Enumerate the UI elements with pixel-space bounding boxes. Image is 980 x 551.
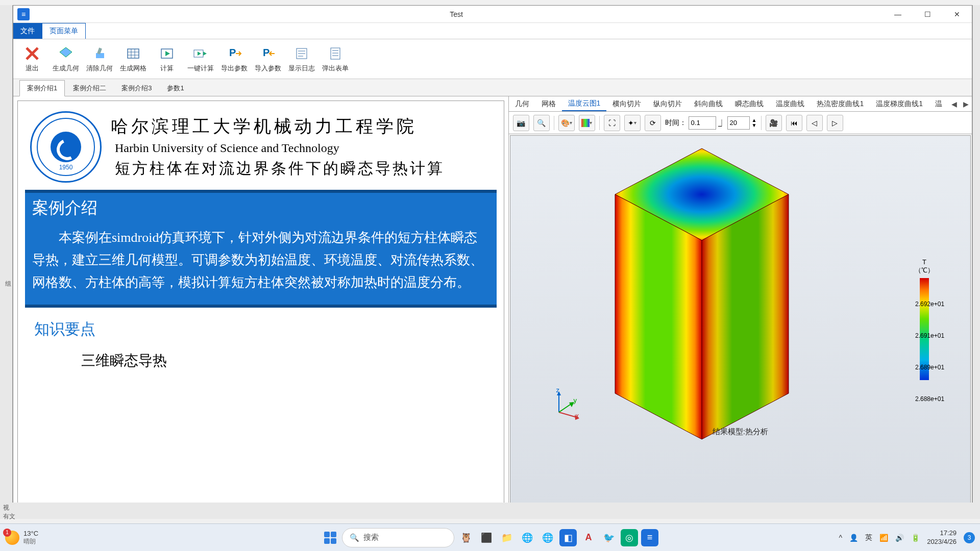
wifi-icon[interactable]: 📶 [879, 534, 888, 542]
ime-indicator[interactable]: 英 [865, 533, 872, 542]
volume-icon[interactable]: 🔊 [895, 534, 904, 542]
close-button[interactable]: ✕ [942, 6, 972, 23]
play-back-button[interactable]: ◁ [806, 115, 823, 131]
svg-line-29 [559, 412, 577, 417]
axes-triad: z x y [551, 389, 582, 421]
notification-badge[interactable]: 3 [964, 532, 975, 543]
section-heading: 案例介绍 [32, 197, 489, 219]
rtab-more[interactable]: 温 [929, 97, 948, 111]
tabs-scroll-left[interactable]: ◀ [948, 100, 960, 108]
3d-viewport[interactable]: z x y T （℃） 2.692e+01 2.691e+01 2.689e+0… [510, 135, 971, 514]
tab-case1[interactable]: 案例介绍1 [19, 80, 65, 96]
import-param-button[interactable]: P导入参数 [252, 41, 284, 77]
minimize-button[interactable]: — [883, 6, 913, 23]
one-click-button[interactable]: 一键计算 [185, 41, 216, 77]
zoom-tool[interactable]: 🔍 [533, 115, 550, 131]
colormap-button[interactable] [579, 115, 595, 131]
rtab-gradient[interactable]: 温度梯度曲线1 [870, 97, 929, 111]
compute-button[interactable]: 计算 [151, 41, 183, 77]
case-document: 1950 哈尔滨理工大学机械动力工程学院 Harbin University o… [17, 101, 504, 511]
show-log-button[interactable]: 显示日志 [286, 41, 317, 77]
result-tabs: 几何 网格 温度云图1 横向切片 纵向切片 斜向曲线 瞬态曲线 温度曲线 热流密… [509, 96, 972, 112]
axes-button[interactable]: ✦ [624, 115, 641, 131]
rtab-geom[interactable]: 几何 [509, 97, 535, 111]
fit-view-button[interactable]: ⛶ [604, 115, 620, 131]
battery-icon[interactable]: 🔋 [911, 534, 920, 542]
tab-case3[interactable]: 案例介绍3 [114, 81, 159, 96]
rtab-temp-curve[interactable]: 温度曲线 [770, 97, 811, 111]
play-fwd-button[interactable]: ▷ [827, 115, 843, 131]
university-name-en: Harbin University of Science and Technol… [111, 141, 445, 155]
time-slider-icon[interactable]: ⏌ [718, 119, 725, 127]
titlebar: ≡ Test — ☐ ✕ [13, 6, 972, 23]
task-view-icon[interactable]: ⬛ [478, 529, 495, 546]
rtab-transient[interactable]: 瞬态曲线 [729, 97, 770, 111]
rtab-temp-contour[interactable]: 温度云图1 [562, 97, 607, 111]
viewer-pane: 几何 网格 温度云图1 横向切片 纵向切片 斜向曲线 瞬态曲线 温度曲线 热流密… [509, 96, 972, 515]
popup-form-button[interactable]: 弹出表单 [320, 41, 351, 77]
taskbar: 1 13°C晴朗 🔍搜索 🦉 ⬛ 📁 🌐 🌐 ◧ A 🐦 ◎ ≡ ^ 👤 英 📶… [0, 523, 980, 551]
clock[interactable]: 17:292023/4/26 [927, 529, 957, 546]
edge-icon[interactable]: 🌐 [519, 529, 536, 546]
palette-button[interactable]: 🎨 [558, 115, 575, 131]
system-tray: ^ 👤 英 📶 🔊 🔋 17:292023/4/26 3 [839, 529, 975, 546]
rtab-diag[interactable]: 斜向曲线 [688, 97, 729, 111]
frame-input[interactable] [727, 116, 750, 130]
tab-params[interactable]: 参数1 [160, 81, 191, 96]
weather-icon: 1 [5, 531, 19, 545]
menu-bar: 文件 页面菜单 [13, 23, 972, 39]
tray-user-icon[interactable]: 👤 [849, 534, 858, 542]
svg-rect-20 [331, 48, 340, 59]
document-pane: 1950 哈尔滨理工大学机械动力工程学院 Harbin University o… [13, 96, 509, 515]
spin-buttons[interactable]: ▲▼ [752, 118, 757, 128]
autocad-icon[interactable]: A [580, 529, 597, 546]
exit-button[interactable]: 退出 [16, 41, 48, 77]
main-window: ≡ Test — ☐ ✕ 文件 页面菜单 退出 生成几何 清除几何 生成网格 计… [13, 5, 972, 515]
svg-line-31 [559, 404, 572, 412]
rtab-vslice[interactable]: 纵向切片 [647, 97, 688, 111]
window-title: Test [30, 10, 883, 18]
edge-dev-icon[interactable]: 🌐 [539, 529, 556, 546]
task-widgets-icon[interactable]: 🦉 [457, 529, 475, 546]
tray-chevron-icon[interactable]: ^ [839, 534, 843, 542]
menu-page[interactable]: 页面菜单 [42, 23, 86, 39]
ribbon: 退出 生成几何 清除几何 生成网格 计算 一键计算 P导出参数 P导入参数 显示… [13, 39, 972, 79]
start-button[interactable] [322, 529, 339, 546]
gen-mesh-button[interactable]: 生成网格 [117, 41, 149, 77]
tabs-scroll-right[interactable]: ▶ [960, 100, 972, 108]
university-name-cn: 哈尔滨理工大学机械动力工程学院 [111, 115, 445, 138]
tab-case2[interactable]: 案例介绍二 [66, 81, 113, 96]
svg-text:P: P [263, 47, 270, 58]
menu-file[interactable]: 文件 [13, 23, 42, 39]
case-description: 本案例在simdroid仿真环境下，针对外侧为对流边界条件的短方柱体瞬态导热，建… [32, 227, 489, 294]
explorer-icon[interactable]: 📁 [498, 529, 516, 546]
weather-widget[interactable]: 1 13°C晴朗 [0, 530, 38, 546]
knowledge-item: 三维瞬态导热 [25, 351, 497, 370]
svg-marker-10 [165, 51, 170, 56]
time-input[interactable] [689, 116, 716, 130]
result-model [612, 146, 791, 442]
time-label: 时间： [665, 118, 687, 128]
app1-icon[interactable]: ◧ [559, 529, 577, 546]
result-label: 结果模型:热分析 [713, 427, 768, 437]
rotate-button[interactable]: ⟳ [645, 115, 661, 131]
svg-marker-12 [198, 52, 201, 56]
record-button[interactable]: 🎥 [766, 115, 782, 131]
app-icon: ≡ [17, 8, 30, 20]
app3-icon[interactable]: ◎ [621, 529, 638, 546]
snapshot-button[interactable]: 📷 [513, 115, 529, 131]
viewer-toolbar: 📷 🔍 🎨 ⛶ ✦ ⟳ 时间： ⏌ ▲▼ 🎥 ⏮ ◁ [509, 112, 972, 134]
gen-geom-button[interactable]: 生成几何 [50, 41, 82, 77]
search-box[interactable]: 🔍搜索 [342, 528, 454, 547]
rtab-mesh[interactable]: 网格 [535, 97, 562, 111]
step-back-button[interactable]: ⏮ [786, 115, 802, 131]
rtab-heatflux[interactable]: 热流密度曲线1 [811, 97, 870, 111]
rtab-hslice[interactable]: 横向切片 [606, 97, 647, 111]
workspace: 1950 哈尔滨理工大学机械动力工程学院 Harbin University o… [13, 96, 972, 515]
maximize-button[interactable]: ☐ [913, 6, 942, 23]
app2-icon[interactable]: 🐦 [600, 529, 618, 546]
clear-geom-button[interactable]: 清除几何 [84, 41, 115, 77]
export-param-button[interactable]: P导出参数 [218, 41, 250, 77]
simdroid-icon[interactable]: ≡ [641, 529, 658, 546]
color-legend: T （℃） 2.692e+01 2.691e+01 2.689e+01 2.68… [889, 258, 960, 383]
